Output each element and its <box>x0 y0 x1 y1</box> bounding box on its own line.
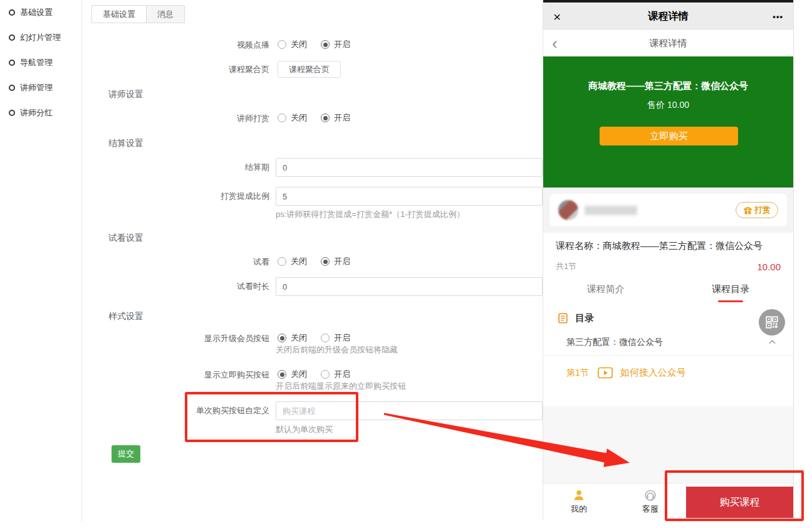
section-count: 共1节 <box>556 261 576 272</box>
sidebar-item-label: 幻灯片管理 <box>20 32 61 43</box>
course-detail-body: 课程名称：商城教程——第三方配置：微信公众号 共1节 10.00 课程简介 课程… <box>543 233 793 406</box>
sidebar-item-label: 导航管理 <box>20 57 53 68</box>
tab-label: 课程目录 <box>712 283 749 294</box>
buy-now-button[interactable]: 立即购买 <box>600 127 738 145</box>
field-label: 试看时长 <box>91 277 269 296</box>
sidebar-item-basic-settings[interactable]: 基础设置 <box>9 6 53 19</box>
back-icon[interactable]: ‹ <box>552 32 558 55</box>
radio-off-label: 关闭 <box>291 332 307 344</box>
phone-preview: × 课程详情 ••• ‹ 课程详情 商城教程——第三方配置：微信公众号 售价 1… <box>543 0 794 520</box>
submit-button[interactable]: 提交 <box>112 445 140 463</box>
sidebar-item-teacher-dividend[interactable]: 讲师分红 <box>9 107 53 119</box>
radio-off-label: 关闭 <box>291 39 307 50</box>
show-upgrade-hint: 关闭后前端的升级会员按钮将隐藏 <box>276 344 398 356</box>
tab-messages[interactable]: 消息 <box>147 5 185 23</box>
tip-ratio-hint: ps:讲师获得打赏提成=打赏金额*（1-打赏提成比例） <box>276 209 465 220</box>
tab-course-intro[interactable]: 课程简介 <box>543 278 669 304</box>
lesson-row[interactable]: 第1节 如何接入公众号 <box>543 356 793 379</box>
tip-button[interactable]: 打赏 <box>736 202 778 218</box>
author-card-strip: 打赏 <box>543 187 793 233</box>
bottom-nav-service[interactable]: 客服 <box>615 483 686 520</box>
single-buy-input[interactable] <box>276 401 543 420</box>
radio-off[interactable] <box>278 334 286 342</box>
more-icon[interactable]: ••• <box>773 12 783 21</box>
chevron-up-icon <box>768 337 777 347</box>
section-header-trial: 试看设置 <box>108 233 143 244</box>
sidebar-item-teachers[interactable]: 讲师管理 <box>9 82 53 94</box>
field-label: 试看 <box>91 256 269 268</box>
field-label: 讲师打赏 <box>91 112 269 125</box>
content-filler <box>543 406 793 483</box>
avatar <box>558 200 578 220</box>
trial-duration-input[interactable] <box>276 277 543 296</box>
radio-on[interactable] <box>321 257 330 266</box>
qrcode-icon <box>766 316 778 329</box>
active-tab-underline <box>718 300 743 302</box>
sidebar-item-slides[interactable]: 幻灯片管理 <box>9 31 61 44</box>
section-header-style: 样式设置 <box>108 311 143 322</box>
radio-on[interactable] <box>321 370 330 379</box>
sidebar-item-label: 基础设置 <box>20 7 53 18</box>
radio-off[interactable] <box>278 370 286 379</box>
tab-bar: 基础设置 消息 <box>91 5 185 23</box>
course-title: 商城教程——第三方配置：微信公众号 <box>543 56 793 92</box>
radio-on-label: 开启 <box>334 369 350 380</box>
catalog-header-label: 目录 <box>575 312 594 324</box>
section-header-settlement: 结算设置 <box>108 138 143 149</box>
bottom-nav-mine[interactable]: 我的 <box>543 483 615 520</box>
sidebar-item-label: 讲师分红 <box>20 107 53 119</box>
page-title: 课程详情 <box>650 38 687 50</box>
field-label: 单次购买按钮自定义 <box>91 401 269 420</box>
close-icon[interactable]: × <box>553 10 561 23</box>
field-label: 显示升级会员按钮 <box>91 332 269 345</box>
qrcode-button[interactable] <box>759 309 785 335</box>
radio-off-label: 关闭 <box>291 256 307 267</box>
gift-icon <box>743 206 752 215</box>
radio-on-label: 开启 <box>334 39 350 50</box>
aggregation-page-button[interactable]: 课程聚合页 <box>278 61 341 78</box>
tab-course-catalog[interactable]: 课程目录 <box>669 278 794 304</box>
section-header-teacher: 讲师设置 <box>108 89 143 100</box>
catalog-header: 目录 <box>558 312 793 324</box>
buy-course-button[interactable]: 购买课程 <box>686 487 793 518</box>
course-price-label: 售价 10.00 <box>543 100 793 111</box>
radio-on[interactable] <box>321 334 330 342</box>
author-name-blurred <box>585 206 637 215</box>
tip-button-label: 打赏 <box>754 204 771 216</box>
radio-off[interactable] <box>278 114 286 122</box>
person-icon <box>573 489 585 502</box>
radio-off-label: 关闭 <box>291 369 307 380</box>
radio-on-label: 开启 <box>334 112 350 124</box>
sidebar-item-label: 讲师管理 <box>20 82 53 93</box>
radio-off[interactable] <box>278 257 286 266</box>
settle-period-input[interactable] <box>276 158 543 177</box>
sidebar-item-navigation[interactable]: 导航管理 <box>9 56 53 69</box>
circle-icon <box>9 110 15 116</box>
radio-off-label: 关闭 <box>291 112 307 124</box>
bottom-nav-label: 我的 <box>571 504 587 515</box>
circle-icon <box>9 34 15 41</box>
page-nav-bar: ‹ 课程详情 <box>543 30 793 56</box>
page: 基础设置 幻灯片管理 导航管理 讲师管理 讲师分红 基础设置 消息 视频点播 <box>0 0 812 528</box>
phone-bottom-bar: 我的 客服 购买课程 <box>543 483 793 520</box>
radio-on-label: 开启 <box>334 256 350 267</box>
wechat-title: 课程详情 <box>648 10 689 23</box>
field-label: 显示立即购买按钮 <box>91 369 269 381</box>
field-label: 打赏提成比例 <box>91 187 269 206</box>
bottom-nav-label: 客服 <box>642 504 658 515</box>
radio-on[interactable] <box>321 114 330 122</box>
tab-basic-settings[interactable]: 基础设置 <box>91 5 147 23</box>
circle-icon <box>9 60 15 66</box>
course-tabs: 课程简介 课程目录 <box>543 278 793 304</box>
radio-off[interactable] <box>278 40 286 49</box>
field-label: 结算期 <box>91 158 269 177</box>
tip-ratio-input[interactable] <box>276 187 543 206</box>
video-play-icon <box>598 367 613 379</box>
price-value: 10.00 <box>757 261 781 272</box>
radio-on[interactable] <box>321 40 330 49</box>
chapter-row[interactable]: 第三方配置：微信公众号 <box>543 329 793 356</box>
circle-icon <box>9 85 15 91</box>
radio-on-label: 开启 <box>334 332 350 344</box>
settings-sidebar: 基础设置 幻灯片管理 导航管理 讲师管理 讲师分红 <box>0 0 82 522</box>
lesson-number: 第1节 <box>566 367 589 379</box>
